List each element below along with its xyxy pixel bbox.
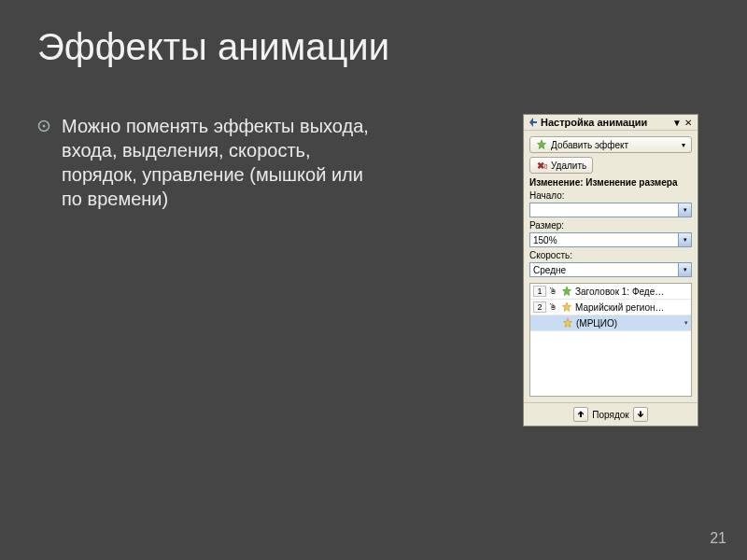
slide-title: Эффекты анимации — [37, 26, 389, 68]
remove-icon: ✖▯ — [536, 160, 547, 171]
dropdown-caret-icon: ▾ — [678, 203, 691, 217]
change-section-label: Изменение: Изменение размера — [529, 177, 692, 188]
speed-value: Средне — [530, 265, 678, 275]
panel-footer: 🡱 Порядок 🡳 — [524, 402, 698, 426]
speed-label: Скорость: — [529, 250, 692, 260]
add-effect-label: Добавить эффект — [551, 140, 628, 150]
bullet-item: Можно поменять эффекты выхода, входа, вы… — [37, 114, 383, 211]
effect-star-icon — [561, 301, 572, 313]
remove-button[interactable]: ✖▯ Удалить — [529, 157, 593, 174]
remove-label: Удалить — [551, 161, 586, 171]
mouse-trigger-icon: 🖱 — [549, 302, 558, 312]
panel-title: Настройка анимации — [539, 117, 671, 128]
page-number: 21 — [710, 530, 726, 547]
add-effect-button[interactable]: Добавить эффект ▾ — [529, 136, 692, 153]
move-up-button[interactable]: 🡱 — [573, 407, 588, 422]
panel-header: Настройка анимации ▼ ✕ — [524, 115, 698, 131]
effect-row[interactable]: 1🖱Заголовок 1: Феде… — [530, 284, 691, 300]
size-dropdown[interactable]: 150% ▾ — [529, 232, 692, 247]
dropdown-caret-icon: ▾ — [678, 233, 691, 246]
dropdown-caret-icon: ▾ — [682, 141, 685, 149]
panel-close-icon[interactable]: ✕ — [683, 117, 694, 128]
effect-label: (МРЦИО) — [576, 318, 682, 329]
effect-star-icon — [562, 317, 573, 329]
effect-order: 1 — [533, 286, 546, 297]
effect-star-icon — [561, 286, 572, 297]
move-down-button[interactable]: 🡳 — [633, 407, 648, 422]
effect-list: 1🖱Заголовок 1: Феде…2🖱Марийский регион…(… — [529, 283, 692, 397]
size-value: 150% — [530, 235, 678, 245]
panel-menu-dropdown-icon[interactable]: ▼ — [671, 117, 683, 128]
dropdown-caret-icon: ▾ — [678, 263, 691, 276]
effect-order: 2 — [533, 301, 546, 313]
effect-label: Заголовок 1: Феде… — [575, 287, 688, 297]
start-dropdown[interactable]: ▾ — [529, 203, 692, 217]
animation-panel: Настройка анимации ▼ ✕ Добавить эффект ▾… — [523, 114, 698, 427]
speed-dropdown[interactable]: Средне ▾ — [529, 262, 692, 277]
order-label: Порядок — [592, 410, 628, 420]
effect-row[interactable]: (МРЦИО)▾ — [530, 315, 691, 331]
svg-point-1 — [43, 125, 46, 128]
effect-label: Марийский регион… — [575, 302, 688, 313]
star-icon — [536, 139, 547, 150]
bullet-text: Можно поменять эффекты выхода, входа, вы… — [62, 114, 383, 211]
panel-back-icon[interactable] — [528, 117, 539, 128]
effect-row[interactable]: 2🖱Марийский регион… — [530, 300, 691, 315]
mouse-trigger-icon: 🖱 — [549, 287, 558, 296]
bullet-icon — [37, 119, 50, 136]
start-label: Начало: — [529, 190, 692, 201]
size-label: Размер: — [529, 220, 692, 231]
dropdown-caret-icon[interactable]: ▾ — [684, 319, 688, 327]
